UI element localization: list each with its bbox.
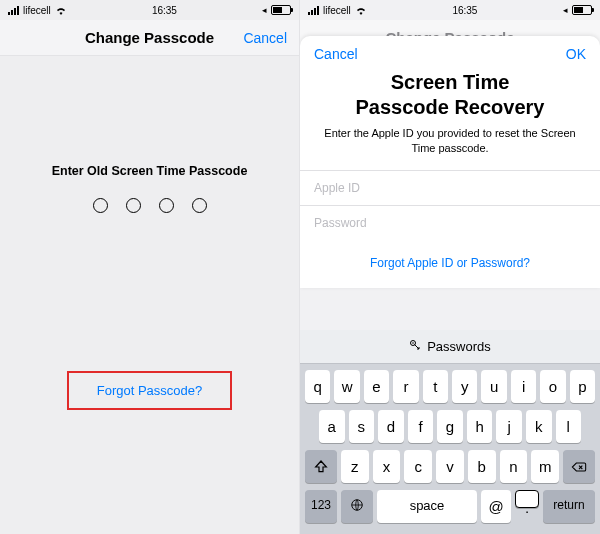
sheet-ok-button[interactable]: OK (566, 46, 586, 62)
numbers-key[interactable]: 123 (305, 490, 337, 523)
sheet-nav: Cancel OK (300, 36, 600, 68)
keyboard-row-3: z x c v b n m (303, 450, 597, 483)
forgot-passcode-link[interactable]: Forgot Passcode? (97, 383, 203, 398)
nav-title: Change Passcode (85, 29, 214, 46)
location-icon: ◂ (262, 5, 267, 15)
forgot-apple-id-link[interactable]: Forgot Apple ID or Password? (300, 240, 600, 284)
key-m[interactable]: m (531, 450, 559, 483)
forgot-passcode-highlight: Forgot Passcode? (67, 371, 233, 410)
screen-passcode-recovery: lifecell 16:35 ◂ Change Passcode Cancel … (300, 0, 600, 534)
keyboard: Passwords q w e r t y u i o p a s d f g … (300, 330, 600, 534)
keyboard-row-2: a s d f g h j k l (303, 410, 597, 443)
wifi-icon (355, 6, 367, 15)
at-key[interactable]: @ (481, 490, 511, 523)
screen-change-passcode: lifecell 16:35 ◂ Change Passcode Cancel … (0, 0, 300, 534)
passcode-dots[interactable] (93, 198, 207, 213)
passcode-entry-area: Enter Old Screen Time Passcode Forgot Pa… (0, 56, 299, 534)
key-u[interactable]: u (481, 370, 506, 403)
status-left: lifecell (308, 5, 367, 16)
carrier-label: lifecell (23, 5, 51, 16)
key-c[interactable]: c (404, 450, 432, 483)
key-e[interactable]: e (364, 370, 389, 403)
key-h[interactable]: h (467, 410, 493, 443)
key-a[interactable]: a (319, 410, 345, 443)
svg-point-1 (412, 342, 414, 344)
status-left: lifecell (8, 5, 67, 16)
key-j[interactable]: j (496, 410, 522, 443)
status-time: 16:35 (452, 5, 477, 16)
key-b[interactable]: b (468, 450, 496, 483)
key-i[interactable]: i (511, 370, 536, 403)
sheet-title: Screen Time Passcode Recovery (300, 68, 600, 126)
passcode-prompt: Enter Old Screen Time Passcode (52, 164, 248, 178)
nav-bar: Change Passcode Cancel (0, 20, 299, 56)
key-t[interactable]: t (423, 370, 448, 403)
status-bar: lifecell 16:35 ◂ (0, 0, 299, 20)
signal-icon (308, 6, 319, 15)
key-f[interactable]: f (408, 410, 434, 443)
battery-icon (572, 5, 592, 15)
key-n[interactable]: n (500, 450, 528, 483)
cancel-button[interactable]: Cancel (243, 30, 287, 46)
recovery-sheet: Cancel OK Screen Time Passcode Recovery … (300, 36, 600, 288)
backspace-key[interactable] (563, 450, 595, 483)
key-p[interactable]: p (570, 370, 595, 403)
key-r[interactable]: r (393, 370, 418, 403)
keyboard-row-1: q w e r t y u i o p (303, 370, 597, 403)
status-right: ◂ (262, 5, 291, 15)
keyboard-passwords-suggestion[interactable]: Passwords (300, 330, 600, 364)
key-l[interactable]: l (556, 410, 582, 443)
apple-id-field[interactable]: Apple ID (300, 170, 600, 205)
status-right: ◂ (563, 5, 592, 15)
return-key[interactable]: return (543, 490, 595, 523)
passcode-dot (192, 198, 207, 213)
location-icon: ◂ (563, 5, 568, 15)
password-field[interactable]: Password (300, 205, 600, 240)
key-v[interactable]: v (436, 450, 464, 483)
status-time: 16:35 (152, 5, 177, 16)
status-bar: lifecell 16:35 ◂ (300, 0, 600, 20)
sheet-subtitle: Enter the Apple ID you provided to reset… (300, 126, 600, 170)
key-w[interactable]: w (334, 370, 359, 403)
key-x[interactable]: x (373, 450, 401, 483)
passcode-dot (93, 198, 108, 213)
key-k[interactable]: k (526, 410, 552, 443)
key-d[interactable]: d (378, 410, 404, 443)
passcode-dot (159, 198, 174, 213)
sheet-cancel-button[interactable]: Cancel (314, 46, 358, 62)
key-y[interactable]: y (452, 370, 477, 403)
signal-icon (8, 6, 19, 15)
key-s[interactable]: s (349, 410, 375, 443)
key-z[interactable]: z (341, 450, 369, 483)
shift-key[interactable] (305, 450, 337, 483)
key-g[interactable]: g (437, 410, 463, 443)
wifi-icon (55, 6, 67, 15)
globe-key[interactable] (341, 490, 373, 523)
key-o[interactable]: o (540, 370, 565, 403)
dot-key[interactable]: . (515, 490, 539, 508)
carrier-label: lifecell (323, 5, 351, 16)
key-q[interactable]: q (305, 370, 330, 403)
space-key[interactable]: space (377, 490, 477, 523)
passcode-dot (126, 198, 141, 213)
key-icon (409, 339, 421, 354)
keyboard-row-4: 123 space @ . return (303, 490, 597, 523)
battery-icon (271, 5, 291, 15)
